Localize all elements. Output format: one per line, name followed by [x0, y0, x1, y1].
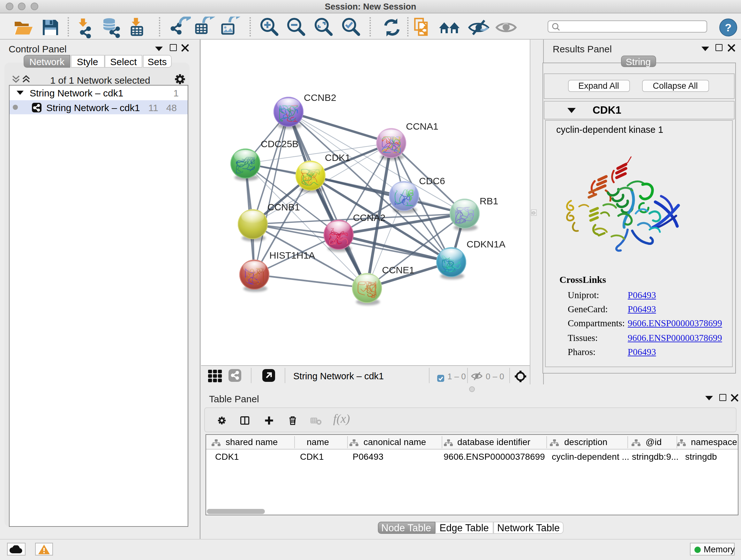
svg-text:CCNE1: CCNE1: [382, 265, 414, 275]
svg-text:CCNB1: CCNB1: [267, 202, 300, 212]
svg-text:CDKN1A: CDKN1A: [466, 239, 505, 249]
svg-text:?: ?: [725, 21, 732, 33]
svg-text:RB1: RB1: [479, 196, 498, 206]
svg-text:CDC6: CDC6: [419, 176, 445, 186]
svg-text:CDK1: CDK1: [325, 152, 350, 163]
svg-text:CCNA2: CCNA2: [353, 212, 385, 223]
svg-text:HIST1H1A: HIST1H1A: [269, 250, 315, 260]
svg-text:CCNB2: CCNB2: [304, 92, 336, 103]
svg-text:CCNA1: CCNA1: [406, 121, 438, 132]
svg-text:CDC25B: CDC25B: [260, 138, 298, 149]
